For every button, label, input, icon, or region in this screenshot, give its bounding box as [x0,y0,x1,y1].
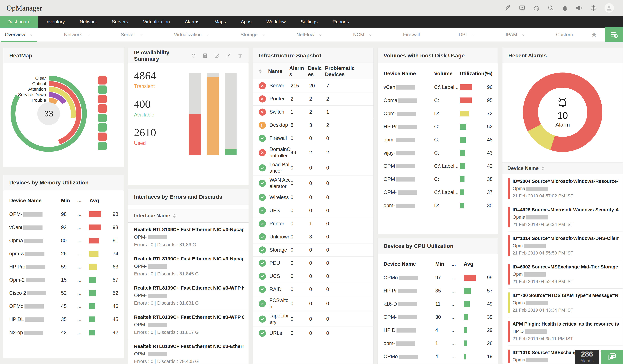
table-row[interactable]: opm-D:35 [378,199,498,212]
nav-item-network[interactable]: Network [72,16,104,28]
nav-item-servers[interactable]: Servers [105,16,136,28]
delete-icon[interactable] [238,53,243,58]
col-device-name[interactable]: Device Name [383,71,416,77]
col-alarms[interactable]: Alarms [289,65,304,78]
table-row[interactable]: Storage000 [253,243,373,257]
table-row[interactable]: Load Balancer000 [253,160,373,176]
col-volume[interactable]: Volume [434,71,452,77]
alarm-item[interactable]: ID=4625 Source=Microsoft-Windows-Securit… [508,203,623,232]
table-row[interactable]: Printer010 [253,217,373,230]
sort-icon[interactable] [173,214,176,218]
heatmap-cell[interactable] [98,95,107,103]
subnav-tab-custom[interactable]: Custom [554,27,582,42]
alarm-item[interactable]: APM Plugin: Health is critical as the re… [508,317,623,346]
chevron-down-icon[interactable] [206,33,210,37]
table-row[interactable]: vCenC:\ Label...96 [378,81,498,94]
chevron-down-icon[interactable] [521,33,525,37]
table-row[interactable]: Opma80...81 [3,234,124,247]
table-row[interactable]: OPM-98...98 [3,208,124,221]
chevron-down-icon[interactable] [471,33,475,37]
heatmap-cell[interactable] [98,123,107,131]
table-row[interactable]: Cisco 252...52 [3,286,124,300]
table-row[interactable]: vijay-C:43 [378,146,498,159]
col-name[interactable]: Name [268,68,289,74]
chevron-down-icon[interactable] [262,33,266,37]
nav-item-inventory[interactable]: Inventory [38,16,72,28]
table-row[interactable]: opm-C:48 [378,133,498,146]
subnav-tab-ipam[interactable]: IPAM [504,27,527,42]
interface-row[interactable]: Realtek RTL8139C+ Fast Ethernet NIC #3-W… [128,310,248,339]
subnav-tab-server[interactable]: Server [119,27,145,42]
nav-item-workflow[interactable]: Workflow [259,16,293,28]
support-icon[interactable] [533,5,540,11]
subnav-tab-dpi[interactable]: DPI [457,27,476,42]
chevron-down-icon[interactable] [29,33,33,37]
table-row[interactable]: opm-1...28 [378,337,498,350]
search-icon[interactable] [547,5,554,11]
table-row[interactable]: HP D4...29 [378,324,498,337]
rocket-icon[interactable] [505,5,511,11]
table-row[interactable]: OPMo45...46 [3,300,124,313]
col-problematic-devices[interactable]: Problematic Devices [325,65,373,78]
heatmap-cell[interactable] [98,132,107,141]
user-avatar[interactable] [604,3,614,13]
nav-item-apps[interactable]: Apps [233,16,259,28]
chat-support-button[interactable] [601,350,623,364]
alarm-item[interactable]: ID=1014 Source=Microsoft-Windows-DNS-Cli… [508,232,623,260]
nav-item-virtualization[interactable]: Virtualization [135,16,177,28]
alarms-list-header[interactable]: Device Name [502,162,623,174]
table-row[interactable]: Unknown030 [253,230,373,243]
chevron-down-icon[interactable] [424,33,428,37]
table-row[interactable]: Firewall000 [253,132,373,145]
table-row[interactable]: Opm-D:72 [378,107,498,120]
chevron-down-icon[interactable] [577,33,581,37]
interfaces-table-header[interactable]: Interface Name [128,209,248,223]
chevron-down-icon[interactable] [139,33,143,37]
nav-item-settings[interactable]: Settings [293,16,325,28]
subnav-tab-ncm[interactable]: NCM [352,27,374,42]
heatmap-cell[interactable] [98,86,107,94]
report-icon[interactable] [202,53,208,58]
table-row[interactable]: WAN Accelerator000 [253,176,373,191]
settings-icon[interactable] [590,5,597,11]
interface-row[interactable]: Realtek RTL8139C+ Fast Ethernet NIC #3-W… [128,281,248,310]
heatmap-cell[interactable] [98,142,107,150]
table-row[interactable]: OPMo97...99 [378,271,498,284]
collapse-icon[interactable] [226,53,231,58]
sort-icon[interactable] [541,166,544,170]
table-row[interactable]: URLs000 [253,327,373,340]
nav-item-reports[interactable]: Reports [325,16,356,28]
subnav-tab-overview[interactable]: Overview [3,27,35,42]
nav-item-alarms[interactable]: Alarms [177,16,207,28]
notifications-icon[interactable] [562,5,568,11]
col-min[interactable]: Min [61,198,70,204]
table-row[interactable]: RAID000 [253,283,373,296]
heatmap-cell[interactable] [98,76,107,85]
alarms-count-badge[interactable]: 286 Alarms [575,350,599,364]
table-row[interactable]: N2-op42...42 [3,326,124,339]
table-row[interactable]: OPMC:38 [378,172,498,186]
col-avg[interactable]: Avg [464,261,473,267]
edit-icon[interactable] [214,53,219,58]
table-row[interactable]: OPMC:\ Label...42 [378,159,498,172]
col-utilization[interactable]: Utilization(%) [460,71,492,76]
table-row[interactable]: OPM-C:\ Label...37 [378,186,498,199]
table-row[interactable]: k16-D11...49 [378,297,498,310]
table-row[interactable]: HP Pro59...63 [3,260,124,273]
subnav-tab-firewall[interactable]: Firewall [401,27,429,42]
table-row[interactable]: OpmaC:95 [378,94,498,107]
heatmap-cell[interactable] [98,104,107,113]
training-icon[interactable] [519,5,525,11]
table-row[interactable]: Switch121 [253,106,373,119]
table-row[interactable]: TapeLibrary000 [253,311,373,327]
col-avg[interactable]: Avg [89,198,99,203]
table-row[interactable]: Opm-215...57 [3,273,124,286]
table-row[interactable]: vCent92...93 [3,221,124,234]
table-row[interactable]: HP DL35...45 [3,313,124,326]
interface-row[interactable]: Realtek RTL8139C+ Fast Ethernet NIC #3-N… [128,223,248,252]
alarm-item[interactable]: ID=2004 Source=Microsoft-Windows-Resourc… [508,174,623,203]
subnav-tab-storage[interactable]: Storage [239,27,267,42]
chevron-down-icon[interactable] [86,33,90,37]
subnav-tab-netflow[interactable]: NetFlow [295,27,324,42]
table-row[interactable]: HP Pr35...57 [378,284,498,297]
